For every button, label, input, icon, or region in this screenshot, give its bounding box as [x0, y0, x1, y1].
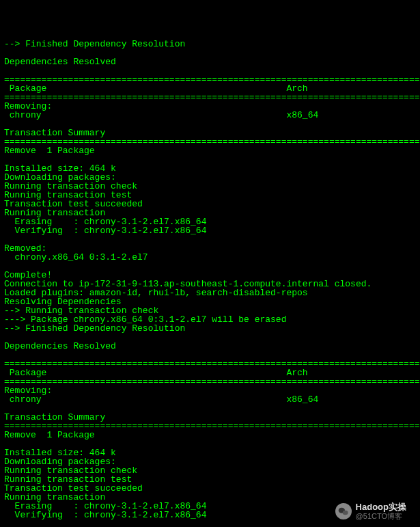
- terminal-line: Dependencies Resolved: [4, 342, 416, 351]
- terminal-line: chrony x86_64: [4, 395, 416, 404]
- terminal-output: --> Finished Dependency ResolutionDepend…: [4, 40, 416, 527]
- terminal-line: Dependencies Resolved: [4, 57, 416, 66]
- terminal-line: [4, 262, 416, 271]
- terminal-line: Remove 1 Package: [4, 146, 416, 155]
- watermark-subtitle: @51CTO博客: [356, 512, 406, 520]
- watermark-title: Hadoop实操: [356, 502, 406, 512]
- terminal-line: ========================================…: [4, 93, 416, 102]
- wechat-icon: [335, 503, 352, 519]
- terminal-line: chrony.x86_64 0:3.1-2.el7: [4, 253, 416, 262]
- terminal-line: Verifying : chrony-3.1-2.el7.x86_64: [4, 226, 416, 235]
- svg-point-1: [342, 510, 348, 515]
- terminal-line: ========================================…: [4, 377, 416, 386]
- terminal-line: --> Finished Dependency Resolution: [4, 40, 416, 49]
- terminal-line: chrony x86_64: [4, 111, 416, 120]
- terminal-line: --> Finished Dependency Resolution: [4, 324, 416, 333]
- watermark-footer: Hadoop实操 @51CTO博客: [335, 502, 406, 520]
- watermark-text: Hadoop实操 @51CTO博客: [356, 502, 406, 520]
- terminal-line: [4, 235, 416, 244]
- terminal-line: [4, 519, 416, 527]
- terminal-line: Remove 1 Package: [4, 431, 416, 440]
